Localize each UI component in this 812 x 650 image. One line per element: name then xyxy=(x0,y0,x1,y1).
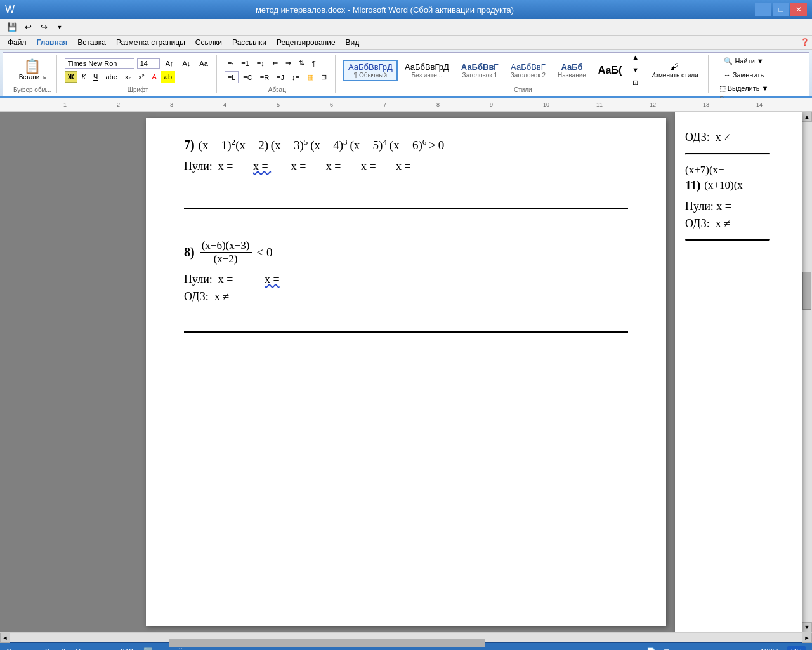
font-size-input[interactable]: 14 xyxy=(137,58,160,69)
scroll-track[interactable] xyxy=(802,122,812,622)
paste-button[interactable]: 📋 Вставить xyxy=(15,56,50,84)
fraction8: (x−6)(x−3) (x−2) xyxy=(200,239,252,265)
clipboard-group: 📋 Вставить Буфер обм... xyxy=(8,55,57,93)
bold-button[interactable]: Ж xyxy=(65,71,77,83)
odz8-text: ОДЗ: x ≠ xyxy=(184,290,229,303)
zoom-out-btn[interactable]: − xyxy=(678,647,682,651)
style-title[interactable]: АаБб Название xyxy=(553,60,591,81)
numbered-list-button[interactable]: ≡1 xyxy=(238,57,252,69)
borders-button[interactable]: ⊞ xyxy=(318,71,330,83)
font-name-input[interactable]: Times New Ron xyxy=(65,58,134,69)
problem8-nulls: Нули: x = x = xyxy=(184,273,628,286)
scroll-right-button[interactable]: ► xyxy=(802,633,812,643)
ribbon: 📋 Вставить Буфер обм... Times New Ron 14… xyxy=(0,50,812,98)
zoom-in-btn[interactable]: + xyxy=(748,647,752,651)
redo-qat-button[interactable]: ↪ xyxy=(37,21,51,34)
right-side-panel: ОДЗ: x ≠ (x+7)(x− 11) (x+10)(x Нули: x =… xyxy=(675,112,802,632)
find-button[interactable]: 🔍 Найти ▼ xyxy=(716,55,772,67)
nulls8-label: Нули: x = xyxy=(184,273,261,286)
align-left-button[interactable]: ≡L xyxy=(225,71,239,83)
paste-icon: 📋 xyxy=(23,60,41,74)
spell-check[interactable]: 🔤 русский xyxy=(143,647,183,651)
decrease-indent-button[interactable]: ⇐ xyxy=(269,57,281,69)
odz7-right-text: ОДЗ: x ≠ xyxy=(685,131,730,143)
change-styles-button[interactable]: 🖌 Изменить стили xyxy=(646,58,702,82)
clipboard-label: Буфер обм... xyxy=(13,86,51,93)
style-heading1[interactable]: АаБбВвГ Заголовок 1 xyxy=(456,60,504,81)
style-no-spacing[interactable]: АаБбВвГрД Без инте... xyxy=(400,60,454,81)
maximize-button[interactable]: □ xyxy=(773,3,789,16)
style-more[interactable]: АаБ( xyxy=(593,62,627,79)
problem7-equation: 7) (x − 1)2(x − 2) (x − 3)5 (x − 4)3 (x … xyxy=(184,137,628,152)
menu-view[interactable]: Вид xyxy=(341,37,365,48)
styles-scroll-down[interactable]: ▼ xyxy=(629,64,642,76)
minimize-button[interactable]: ─ xyxy=(755,3,771,16)
menu-file[interactable]: Файл xyxy=(3,37,32,48)
problem8-inequality: < 0 xyxy=(257,246,273,260)
problem11-nulls: Нули: x = xyxy=(685,200,792,213)
null7-x6: x = xyxy=(396,160,411,173)
styles-expand[interactable]: ⊡ xyxy=(629,77,642,85)
styles-group: АаБбВвГрД ¶ Обычный АаБбВвГрД Без инте..… xyxy=(338,55,709,93)
menu-insert[interactable]: Вставка xyxy=(72,37,111,48)
word-count: Число слов: 213 xyxy=(75,647,133,651)
editing-group: 🔍 Найти ▼ ↔ Заменить ⬚ Выделить ▼ Редакт… xyxy=(711,55,777,93)
sort-button[interactable]: ⇅ xyxy=(296,57,308,69)
clear-format-button[interactable]: Aa xyxy=(196,58,211,69)
horizontal-scrollbar[interactable]: ◄ ► xyxy=(0,632,812,642)
line-spacing-button[interactable]: ↕≡ xyxy=(289,71,303,83)
style-normal[interactable]: АаБбВвГрД ¶ Обычный xyxy=(343,60,398,81)
menu-mailings[interactable]: Рассылки xyxy=(227,37,272,48)
layout-btn[interactable]: 📄 xyxy=(646,647,656,651)
select-button[interactable]: ⬚ Выделить ▼ xyxy=(716,83,772,95)
scroll-up-button[interactable]: ▲ xyxy=(802,112,812,122)
zoom-level: 189% xyxy=(760,647,780,651)
menu-home[interactable]: Главная xyxy=(32,37,73,48)
align-center-button[interactable]: ≡C xyxy=(240,71,255,83)
menu-layout[interactable]: Разметка страницы xyxy=(111,37,190,48)
show-marks-button[interactable]: ¶ xyxy=(309,57,319,69)
underline-button[interactable]: Ч xyxy=(90,71,101,83)
subscript-button[interactable]: x₂ xyxy=(122,71,134,83)
scroll-left-button[interactable]: ◄ xyxy=(0,633,10,643)
superscript-button[interactable]: x² xyxy=(135,71,147,83)
h-scroll-thumb[interactable] xyxy=(169,639,485,647)
shading-button[interactable]: ▦ xyxy=(304,71,317,83)
problem8-odz: ОДЗ: x ≠ xyxy=(184,290,628,303)
italic-button[interactable]: К xyxy=(79,71,89,83)
save-qat-button[interactable]: 💾 xyxy=(5,21,19,34)
paragraph-group: ≡· ≡1 ≡↕ ⇐ ⇒ ⇅ ¶ ≡L ≡C ≡R ≡J ↕≡ ▦ ⊞ xyxy=(219,55,336,93)
separator1 xyxy=(184,208,628,209)
align-justify-button[interactable]: ≡J xyxy=(273,71,287,83)
ribbon-help[interactable]: ❓ xyxy=(801,38,809,46)
text-color-button[interactable]: A xyxy=(148,71,159,83)
bullet-list-button[interactable]: ≡· xyxy=(225,57,237,69)
paste-label: Вставить xyxy=(19,74,46,81)
increase-indent-button[interactable]: ⇒ xyxy=(282,57,294,69)
language: русский xyxy=(155,647,183,651)
strikethrough-button[interactable]: abe xyxy=(102,71,120,83)
replace-button[interactable]: ↔ Заменить xyxy=(716,69,772,81)
right-separator1 xyxy=(685,153,770,155)
menu-references[interactable]: Ссылки xyxy=(190,37,227,48)
font-group: Times New Ron 14 A↑ A↓ Aa Ж К Ч abe x₂ x… xyxy=(60,55,217,93)
close-button[interactable]: ✕ xyxy=(790,3,807,16)
scroll-down-button[interactable]: ▼ xyxy=(802,622,812,632)
font-shrink-button[interactable]: A↓ xyxy=(179,58,193,69)
scroll-thumb[interactable] xyxy=(802,272,811,310)
fraction8-num: (x−6)(x−3) xyxy=(200,239,252,253)
align-right-button[interactable]: ≡R xyxy=(257,71,272,83)
qat-dropdown-button[interactable]: ▼ xyxy=(53,21,67,34)
style-heading2[interactable]: АаБбВвГ Заголовок 2 xyxy=(506,60,551,81)
window-title: метод интервалов.docx - Microsoft Word (… xyxy=(15,5,755,15)
multilevel-list-button[interactable]: ≡↕ xyxy=(254,57,268,69)
menu-review[interactable]: Рецензирование xyxy=(272,37,341,48)
undo-qat-button[interactable]: ↩ xyxy=(21,21,35,34)
highlight-button[interactable]: ab xyxy=(161,71,175,83)
vertical-scrollbar[interactable]: ▲ ▼ xyxy=(802,112,812,632)
page-count: Страница: 2 из 2 xyxy=(6,647,65,651)
separator2 xyxy=(184,331,628,333)
fullscreen-btn[interactable]: ⊞ xyxy=(664,647,670,651)
styles-scroll-up[interactable]: ▲ xyxy=(629,55,642,63)
font-grow-button[interactable]: A↑ xyxy=(162,58,177,69)
